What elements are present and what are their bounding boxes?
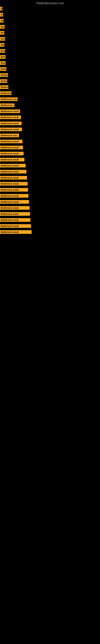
bar-row: B — [0, 6, 100, 12]
bar-label: Bottleneck result — [0, 158, 24, 162]
bar-row: Bottleneck result — [0, 120, 100, 126]
bar-row: Bottleneck result — [0, 108, 100, 114]
bar-row: Bottleneck result — [0, 150, 100, 156]
bar-row: Bottleneck result — [0, 187, 100, 193]
bar-label: Bottleneck result — [0, 170, 26, 174]
site-title: TheBottlenecker.com — [0, 0, 100, 6]
bar-row: Bott — [0, 36, 100, 42]
bar-label: Bot — [0, 31, 4, 34]
bar-label: Bottleneck result — [0, 128, 22, 131]
bar-row: Bottleneck result — [0, 217, 100, 223]
bar-label: Bo — [0, 13, 3, 16]
bar-label: Bottleneck result — [0, 164, 26, 168]
bar-label: Bottleneck r — [0, 104, 14, 107]
bar-label: Bottleneck result — [0, 182, 28, 186]
bar-label: Bottleneck result — [0, 206, 30, 210]
bar-label: Bot — [0, 43, 4, 47]
bar-label: Bottleneck result — [0, 194, 28, 198]
bar-row: Bottleneck result — [0, 156, 100, 162]
bar-label: Bottleneck result — [0, 188, 28, 192]
bar-row: Bottleneck result — [0, 144, 100, 150]
bar-label: Bottleneck result — [0, 230, 32, 234]
bar-label: Bottleneck result — [0, 212, 30, 216]
bar-row: Bottleneck result — [0, 114, 100, 120]
bar-row: Bottleneck result — [0, 205, 100, 211]
bar-label: Bottle — [0, 79, 7, 83]
bar-row: Bot — [0, 42, 100, 48]
bar-row: Bottleneck result — [0, 126, 100, 132]
bar-label: Bottleneck result — [0, 140, 22, 143]
bar-label: Bott — [0, 55, 6, 59]
bar-row: Bottleneck — [0, 90, 100, 96]
bar-row: Bott — [0, 24, 100, 30]
bar-label: Bottleneck result — [0, 110, 20, 113]
bar-row: Bottleneck result — [0, 199, 100, 205]
bar-row: Bottleneck resu — [0, 96, 100, 102]
bar-label: Bo — [0, 19, 3, 22]
bar-label: Bottleneck result — [0, 200, 29, 204]
bar-row: Bot — [0, 30, 100, 36]
bars-container: BBoBoBottBotBottBotBottBottBottBotteBott… — [0, 6, 100, 235]
bar-row: Bo — [0, 18, 100, 24]
bar-label: Bott — [0, 61, 6, 65]
bar-label: Bottleneck result — [0, 146, 23, 149]
bar-row: Bottlen — [0, 72, 100, 78]
bar-label: Bottleneck — [0, 91, 12, 95]
bar-row: Bottleneck result — [0, 229, 100, 235]
bar-row: Bottleneck result — [0, 175, 100, 181]
bar-row: Bottleneck result — [0, 181, 100, 187]
bar-row: Bott — [0, 48, 100, 54]
bar-row: Bottlen — [0, 84, 100, 90]
bar-row: Bottleneck result — [0, 223, 100, 229]
bar-label: Bottleneck result — [0, 224, 31, 228]
bar-label: Bott — [0, 37, 5, 41]
bar-row: Bottleneck result — [0, 169, 100, 175]
bar-row: Bo — [0, 12, 100, 18]
bar-row: Bottle — [0, 78, 100, 84]
bar-row: Bottleneck result — [0, 193, 100, 199]
bar-label: Bott — [0, 49, 5, 53]
bar-label: Bottleneck resu — [0, 98, 18, 101]
bar-label: Bottleneck resu — [0, 134, 19, 137]
bar-row: Bottleneck r — [0, 102, 100, 108]
bar-row: Bott — [0, 54, 100, 60]
bar-row: Bott — [0, 60, 100, 66]
bar-label: Botte — [0, 67, 6, 71]
bar-row: Bottleneck resu — [0, 132, 100, 138]
bar-row: Bottleneck result — [0, 162, 100, 169]
bar-label: Bottleneck result — [0, 122, 22, 125]
bar-label: Bottleneck result — [0, 152, 24, 155]
bar-row: Bottleneck result — [0, 211, 100, 217]
bar-row: Bottleneck result — [0, 138, 100, 144]
bar-label: Bott — [0, 25, 5, 28]
bar-label: B — [0, 7, 2, 10]
bar-label: Bottlen — [0, 85, 8, 89]
bar-label: Bottlen — [0, 73, 8, 77]
bar-row: Botte — [0, 66, 100, 72]
bar-label: Bottleneck result — [0, 218, 30, 222]
bar-label: Bottleneck result — [0, 176, 27, 180]
bar-label: Bottleneck result — [0, 116, 21, 119]
